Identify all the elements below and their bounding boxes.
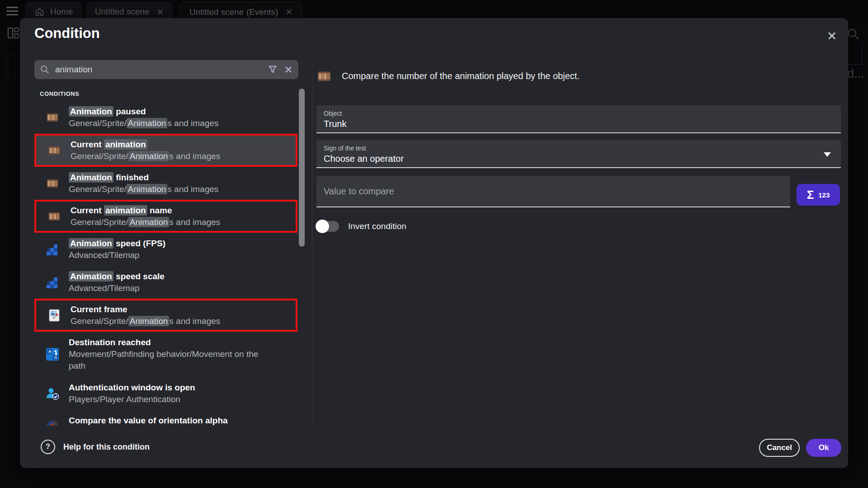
list-item[interactable]: Animation paused General/Sprite/Animatio… (34, 101, 297, 134)
list-item[interactable]: AB Destination reached Movement/Pathfind… (34, 332, 297, 377)
condition-dialog: Condition ✕ CONDITIONS (20, 18, 848, 468)
help-label: Help for this condition (63, 442, 150, 452)
orientation-icon (45, 419, 60, 426)
object-field-value: Trunk (324, 119, 834, 129)
list-item[interactable]: Current frame General/Sprite/Animations … (34, 299, 297, 332)
ok-button[interactable]: Ok (806, 439, 841, 457)
invert-condition-label: Invert condition (348, 221, 406, 231)
svg-text:B: B (54, 355, 57, 360)
operator-select[interactable]: Sign of the test Choose an operator (316, 140, 841, 168)
operator-select-value: Choose an operator (324, 154, 834, 164)
list-item[interactable]: Animation speed scale Advanced/Tilemap (34, 266, 297, 299)
pathfinding-icon: AB (45, 347, 60, 361)
list-item[interactable]: Current animation name General/Sprite/An… (34, 200, 297, 233)
frame-icon (47, 308, 61, 323)
filter-icon[interactable] (268, 65, 278, 75)
app-window: Home Untitled scene ✕ Untitled scene (Ev… (0, 0, 868, 488)
help-icon: ? (41, 440, 55, 454)
chevron-down-icon[interactable] (824, 152, 831, 157)
toggle-knob (316, 220, 329, 233)
search-icon (40, 65, 50, 75)
tilemap-icon (45, 242, 60, 257)
cancel-button[interactable]: Cancel (759, 439, 800, 457)
sprite-animation-icon (45, 176, 60, 191)
list-item[interactable]: Animation finished General/Sprite/Animat… (34, 167, 297, 200)
list-item[interactable]: Animation speed (FPS) Advanced/Tilemap (34, 233, 297, 266)
condition-search-bar (34, 60, 298, 79)
list-section-header: CONDITIONS (40, 90, 297, 97)
sprite-animation-icon (47, 209, 61, 224)
player-auth-icon (45, 386, 60, 401)
help-link[interactable]: ? Help for this condition (41, 440, 150, 454)
invert-condition-toggle[interactable] (317, 221, 339, 232)
object-field-label: Object (324, 110, 834, 117)
sprite-animation-icon (316, 69, 332, 86)
list-item[interactable]: Compare the value of orientation alpha I… (34, 410, 297, 426)
operator-select-label: Sign of the test (324, 145, 834, 152)
dialog-title: Condition (34, 25, 100, 42)
list-item[interactable]: Authentication window is open Players/Pl… (34, 377, 297, 410)
value-field (316, 176, 790, 207)
close-dialog-icon[interactable]: ✕ (824, 28, 840, 44)
object-field[interactable]: Object Trunk (316, 105, 841, 133)
list-item-selected[interactable]: Current animation General/Sprite/Animati… (34, 134, 297, 167)
clear-search-icon[interactable] (284, 65, 293, 74)
sprite-animation-icon (45, 110, 60, 125)
sigma-icon: Σ (807, 188, 814, 202)
tilemap-icon (45, 275, 60, 290)
sprite-animation-icon (47, 143, 61, 158)
svg-text:A: A (48, 349, 52, 354)
search-input[interactable] (54, 64, 268, 75)
list-scrollbar[interactable] (299, 89, 305, 247)
conditions-list: CONDITIONS Animation paused General/Spri… (34, 84, 297, 426)
expression-editor-button[interactable]: Σ 123 (797, 184, 840, 206)
panel-divider (312, 60, 312, 425)
value-input[interactable] (316, 176, 790, 206)
condition-description: Compare the number of the animation play… (342, 71, 580, 81)
numeric-badge: 123 (818, 191, 830, 199)
